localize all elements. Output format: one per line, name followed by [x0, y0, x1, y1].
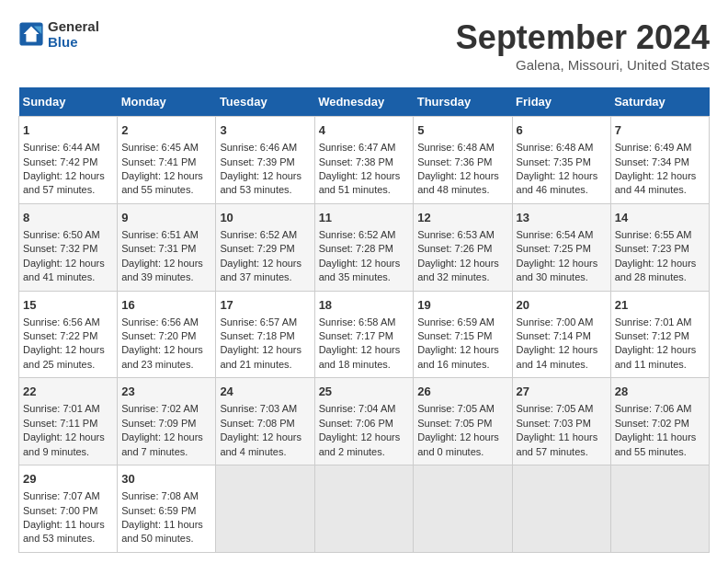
- day-info: Daylight: 12 hours and 21 minutes.: [220, 343, 310, 372]
- calendar-cell: 4Sunrise: 6:47 AMSunset: 7:38 PMDaylight…: [314, 117, 414, 204]
- dow-saturday: Saturday: [610, 87, 709, 117]
- day-info: Sunrise: 7:02 AM: [121, 402, 211, 416]
- day-info: Sunset: 7:42 PM: [23, 155, 113, 169]
- calendar-cell: 13Sunrise: 6:54 AMSunset: 7:25 PMDayligh…: [512, 203, 610, 291]
- day-info: Sunset: 7:18 PM: [220, 329, 310, 343]
- day-info: Sunset: 7:25 PM: [517, 242, 607, 256]
- day-info: Daylight: 12 hours and 51 minutes.: [319, 169, 410, 198]
- day-number: 22: [23, 384, 113, 400]
- day-info: Sunset: 7:34 PM: [615, 155, 705, 169]
- day-info: Sunset: 7:39 PM: [220, 155, 310, 169]
- day-info: Daylight: 12 hours and 57 minutes.: [23, 169, 113, 198]
- day-info: Sunset: 7:14 PM: [517, 329, 607, 343]
- dow-wednesday: Wednesday: [314, 87, 414, 117]
- day-number: 28: [615, 384, 705, 400]
- dow-monday: Monday: [118, 87, 216, 117]
- day-info: Sunrise: 6:46 AM: [220, 141, 310, 155]
- calendar-cell: 9Sunrise: 6:51 AMSunset: 7:31 PMDaylight…: [118, 203, 216, 291]
- day-info: Sunrise: 6:50 AM: [23, 228, 113, 242]
- day-info: Daylight: 12 hours and 48 minutes.: [417, 169, 507, 198]
- day-info: Sunrise: 7:05 AM: [417, 402, 507, 416]
- calendar-cell: 8Sunrise: 6:50 AMSunset: 7:32 PMDaylight…: [19, 203, 118, 291]
- day-info: Daylight: 11 hours and 50 minutes.: [121, 518, 211, 546]
- day-info: Sunrise: 7:06 AM: [615, 402, 705, 416]
- title-block: September 2024 Galena, Missouri, United …: [456, 18, 710, 73]
- day-info: Sunrise: 6:52 AM: [319, 228, 410, 242]
- day-info: Daylight: 12 hours and 18 minutes.: [319, 343, 410, 372]
- calendar-cell: 21Sunrise: 7:01 AMSunset: 7:12 PMDayligh…: [610, 291, 709, 378]
- day-info: Sunset: 7:29 PM: [220, 242, 310, 256]
- day-info: Sunrise: 7:08 AM: [121, 489, 211, 503]
- day-number: 4: [319, 122, 410, 139]
- day-info: Sunrise: 6:59 AM: [417, 316, 507, 329]
- dow-friday: Friday: [512, 87, 610, 117]
- day-number: 21: [615, 297, 705, 314]
- day-of-week-header: SundayMondayTuesdayWednesdayThursdayFrid…: [19, 87, 710, 117]
- day-info: Sunrise: 6:51 AM: [121, 228, 211, 242]
- dow-sunday: Sunday: [19, 87, 118, 117]
- calendar-body: 1Sunrise: 6:44 AMSunset: 7:42 PMDaylight…: [19, 117, 710, 553]
- day-info: Sunset: 7:08 PM: [220, 417, 310, 431]
- week-row-2: 8Sunrise: 6:50 AMSunset: 7:32 PMDaylight…: [19, 203, 710, 291]
- day-info: Daylight: 12 hours and 9 minutes.: [23, 431, 113, 459]
- day-info: Sunrise: 6:56 AM: [121, 316, 211, 329]
- day-info: Daylight: 12 hours and 35 minutes.: [319, 257, 410, 285]
- calendar-cell: 29Sunrise: 7:07 AMSunset: 7:00 PMDayligh…: [19, 465, 118, 553]
- day-info: Daylight: 12 hours and 55 minutes.: [121, 169, 211, 198]
- day-info: Sunset: 7:12 PM: [615, 329, 705, 343]
- day-info: Sunrise: 6:52 AM: [220, 228, 310, 242]
- day-info: Sunset: 7:22 PM: [23, 329, 113, 343]
- day-number: 23: [121, 384, 211, 400]
- day-info: Daylight: 12 hours and 32 minutes.: [417, 257, 507, 285]
- page-header: General Blue September 2024 Galena, Miss…: [18, 18, 710, 73]
- location-subtitle: Galena, Missouri, United States: [456, 57, 710, 73]
- day-number: 3: [220, 122, 310, 139]
- day-number: 13: [517, 210, 607, 226]
- day-info: Sunset: 7:05 PM: [417, 417, 507, 431]
- calendar-cell: 5Sunrise: 6:48 AMSunset: 7:36 PMDaylight…: [414, 117, 512, 204]
- day-info: Sunset: 7:35 PM: [517, 155, 607, 169]
- calendar-cell: 1Sunrise: 6:44 AMSunset: 7:42 PMDaylight…: [19, 117, 118, 204]
- week-row-1: 1Sunrise: 6:44 AMSunset: 7:42 PMDaylight…: [19, 117, 710, 204]
- day-info: Sunrise: 7:07 AM: [23, 489, 113, 503]
- calendar-cell: [512, 465, 610, 553]
- calendar-cell: [314, 465, 414, 553]
- day-info: Daylight: 12 hours and 0 minutes.: [417, 431, 507, 459]
- day-number: 9: [121, 210, 211, 226]
- day-number: 11: [319, 210, 410, 226]
- day-number: 2: [121, 122, 211, 139]
- day-info: Sunset: 7:02 PM: [615, 417, 705, 431]
- day-info: Sunset: 7:11 PM: [23, 417, 113, 431]
- calendar-cell: [216, 465, 314, 553]
- calendar-cell: 15Sunrise: 6:56 AMSunset: 7:22 PMDayligh…: [19, 291, 118, 378]
- day-info: Sunset: 7:06 PM: [319, 417, 410, 431]
- day-info: Sunrise: 7:05 AM: [517, 402, 607, 416]
- day-info: Sunrise: 7:01 AM: [615, 316, 705, 329]
- day-info: Daylight: 12 hours and 25 minutes.: [23, 343, 113, 372]
- calendar-cell: 18Sunrise: 6:58 AMSunset: 7:17 PMDayligh…: [314, 291, 414, 378]
- week-row-3: 15Sunrise: 6:56 AMSunset: 7:22 PMDayligh…: [19, 291, 710, 378]
- calendar-cell: 30Sunrise: 7:08 AMSunset: 6:59 PMDayligh…: [118, 465, 216, 553]
- day-number: 27: [517, 384, 607, 400]
- day-info: Sunrise: 6:45 AM: [121, 141, 211, 155]
- day-number: 18: [319, 297, 410, 314]
- day-info: Sunset: 7:23 PM: [615, 242, 705, 256]
- day-info: Sunrise: 6:48 AM: [417, 141, 507, 155]
- day-number: 15: [23, 297, 113, 314]
- calendar-cell: 22Sunrise: 7:01 AMSunset: 7:11 PMDayligh…: [19, 378, 118, 465]
- day-info: Daylight: 11 hours and 53 minutes.: [23, 518, 113, 546]
- day-info: Daylight: 12 hours and 7 minutes.: [121, 431, 211, 459]
- day-info: Sunset: 7:36 PM: [417, 155, 507, 169]
- day-number: 10: [220, 210, 310, 226]
- day-info: Daylight: 12 hours and 23 minutes.: [121, 343, 211, 372]
- day-number: 26: [417, 384, 507, 400]
- day-info: Sunrise: 6:57 AM: [220, 316, 310, 329]
- day-info: Daylight: 11 hours and 57 minutes.: [517, 431, 607, 459]
- day-info: Daylight: 12 hours and 46 minutes.: [517, 169, 607, 198]
- day-info: Sunset: 7:00 PM: [23, 504, 113, 518]
- day-info: Sunrise: 6:53 AM: [417, 228, 507, 242]
- day-info: Daylight: 12 hours and 44 minutes.: [615, 169, 705, 198]
- calendar-cell: 14Sunrise: 6:55 AMSunset: 7:23 PMDayligh…: [610, 203, 709, 291]
- day-info: Sunrise: 6:55 AM: [615, 228, 705, 242]
- day-info: Sunset: 7:32 PM: [23, 242, 113, 256]
